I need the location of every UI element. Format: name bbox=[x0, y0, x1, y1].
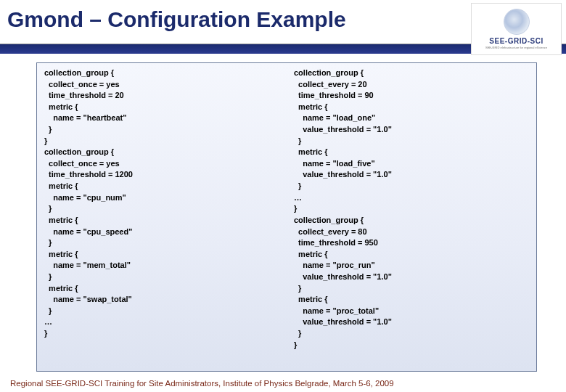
slide-footer: Regional SEE-GRID-SCI Training for Site … bbox=[0, 379, 566, 388]
logo-text: SEE-GRID-SCI bbox=[489, 37, 543, 45]
left-code-column: collection_group { collect_once = yes ti… bbox=[44, 68, 279, 369]
logo-icon bbox=[504, 9, 530, 35]
right-code-column: collection_group { collect_every = 20 ti… bbox=[294, 68, 529, 369]
logo-container: SEE-GRID-SCI SEE-GRID eInfrastructure fo… bbox=[471, 3, 562, 55]
code-panel: collection_group { collect_once = yes ti… bbox=[36, 62, 537, 372]
slide-header: Gmond – Configuration Example SEE-GRID-S… bbox=[0, 0, 566, 54]
logo-subtext: SEE-GRID eInfrastructure for regional eS… bbox=[485, 46, 547, 49]
